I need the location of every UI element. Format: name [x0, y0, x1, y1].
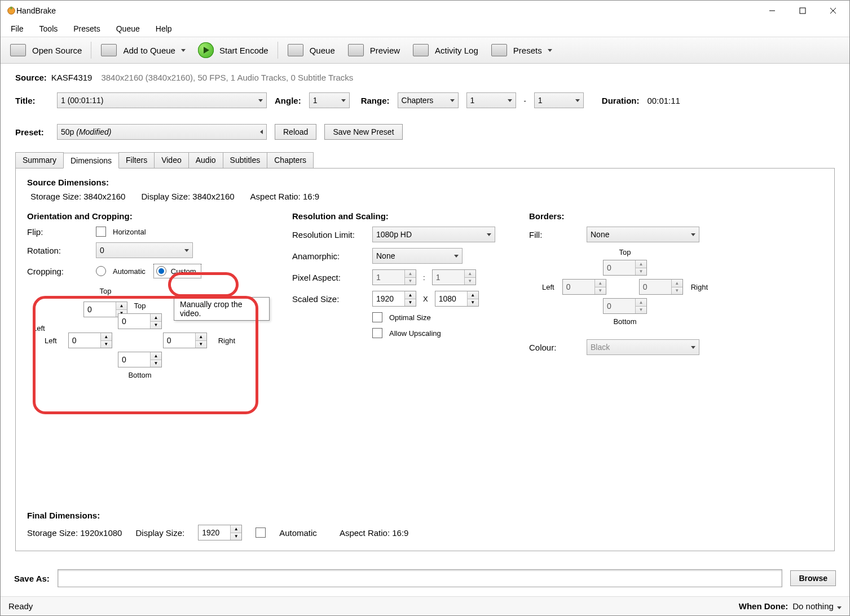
duration-value: 00:01:11 [648, 96, 680, 105]
chevron-down-icon [258, 99, 263, 102]
range-label: Range: [361, 96, 390, 105]
range-to-select[interactable]: 1 [534, 92, 584, 108]
cropping-label: Cropping: [27, 267, 89, 276]
chevron-down-icon[interactable] [181, 49, 186, 52]
angle-value: 1 [313, 96, 318, 105]
fill-select[interactable]: None [587, 227, 699, 242]
colour-select: Black [587, 339, 699, 355]
pixel-aspect-label: Pixel Aspect: [292, 273, 365, 282]
crop-bottom-input[interactable]: ▲▼ [118, 352, 162, 367]
tab-filters[interactable]: Filters [118, 152, 155, 168]
log-icon [412, 43, 429, 57]
preset-value: 50p (Modified) [61, 127, 112, 136]
source-details: 3840x2160 (3840x2160), 50 FPS, 1 Audio T… [101, 73, 353, 82]
cropping-automatic-radio[interactable] [96, 266, 106, 276]
res-limit-label: Resolution Limit: [292, 230, 365, 240]
tab-summary[interactable]: Summary [15, 152, 64, 168]
when-done-value[interactable]: Do nothing [792, 601, 842, 611]
menu-help[interactable]: Help [148, 22, 180, 36]
optimal-size-checkbox[interactable] [372, 312, 382, 322]
add-to-queue-label: Add to Queue [123, 46, 175, 55]
menu-file[interactable]: File [3, 22, 32, 36]
tab-audio[interactable]: Audio [188, 152, 223, 168]
preview-icon [347, 43, 364, 57]
minimize-button[interactable] [757, 2, 787, 20]
allow-upscaling-checkbox[interactable] [372, 328, 382, 338]
angle-select[interactable]: 1 [309, 92, 350, 108]
scaled-w-input[interactable]: ▲▼ [372, 291, 416, 307]
tab-strip: Summary Dimensions Filters Video Audio S… [15, 152, 835, 168]
storage-size: Storage Size: 3840x2160 [30, 192, 125, 201]
menu-queue[interactable]: Queue [108, 22, 148, 36]
add-to-queue-button[interactable]: Add to Queue [95, 41, 191, 60]
chevron-down-icon[interactable] [548, 49, 552, 52]
tab-dimensions[interactable]: Dimensions [63, 153, 119, 169]
crop-left-input[interactable]: ▲▼ [68, 333, 112, 348]
flip-horizontal-checkbox[interactable] [96, 227, 106, 237]
anamorphic-select[interactable]: None [372, 248, 463, 264]
preset-select[interactable]: 50p (Modified) [57, 124, 267, 140]
crop-right-input[interactable]: ▲▼ [163, 333, 207, 348]
play-icon [198, 42, 214, 58]
cropping-custom-radio[interactable] [156, 266, 166, 276]
border-top-input: ▲▼ [603, 260, 647, 276]
tab-chapters[interactable]: Chapters [267, 152, 314, 168]
resolution-title: Resolution and Scaling: [292, 211, 507, 221]
range-type-select[interactable]: Chapters [398, 92, 459, 108]
pixel-aspect-w: ▲▼ [372, 269, 416, 285]
close-button[interactable] [818, 2, 848, 20]
tab-video[interactable]: Video [154, 152, 189, 168]
app-icon [6, 6, 16, 16]
title-select[interactable]: 1 (00:01:11) [57, 92, 267, 108]
menu-tools[interactable]: Tools [32, 22, 66, 36]
crop-bottom-label-real: Bottom [33, 371, 247, 379]
angle-label: Angle: [275, 96, 301, 105]
final-automatic-checkbox[interactable] [256, 528, 266, 538]
save-as-input[interactable] [58, 569, 783, 587]
queue-button[interactable]: Queue [281, 41, 341, 60]
film-icon [10, 43, 27, 57]
duration-label: Duration: [602, 96, 640, 105]
flip-label: Flip: [27, 227, 89, 237]
preset-value-suffix: (Modified) [76, 127, 111, 136]
browse-button[interactable]: Browse [790, 570, 836, 586]
presets-label: Presets [513, 46, 542, 55]
crop-right-label-real: Right [218, 336, 235, 345]
res-limit-select[interactable]: 1080p HD [372, 227, 495, 242]
crop-top-label-real: Top [33, 302, 247, 310]
app-window: HandBrake File Tools Presets Queue Help … [0, 0, 850, 616]
chevron-down-icon [184, 249, 189, 252]
crop-top-input[interactable]: ▲▼ [118, 313, 162, 329]
preset-label: Preset: [15, 127, 49, 137]
open-source-button[interactable]: Open Source [4, 41, 87, 60]
reload-button[interactable]: Reload [275, 124, 316, 140]
cropping-custom-label: Custom [171, 267, 196, 276]
flip-option-label: Horizontal [113, 228, 146, 236]
dimensions-panel: Source Dimensions: Storage Size: 3840x21… [15, 168, 835, 551]
res-limit-value: 1080p HD [376, 230, 412, 239]
status-text: Ready [8, 601, 33, 611]
final-aspect: Aspect Ratio: 16:9 [340, 528, 409, 538]
when-done-label: When Done: [739, 601, 789, 611]
maximize-button[interactable] [787, 2, 818, 20]
window-title: HandBrake [16, 6, 56, 15]
border-right-input: ▲▼ [639, 279, 683, 295]
rotation-select[interactable]: 0 [96, 242, 193, 258]
menu-presets[interactable]: Presets [65, 22, 108, 36]
title-value: 1 (00:01:11) [61, 96, 104, 105]
scaled-h-input[interactable]: ▲▼ [435, 291, 479, 307]
menubar: File Tools Presets Queue Help [1, 21, 849, 37]
final-display-label: Display Size: [135, 528, 184, 538]
fill-label: Fill: [529, 230, 580, 240]
border-top-label: Top [529, 248, 721, 256]
final-display-input[interactable]: ▲▼ [198, 525, 242, 540]
save-new-preset-button[interactable]: Save New Preset [324, 124, 402, 140]
scaled-label: Scaled Size: [292, 294, 365, 304]
activity-log-button[interactable]: Activity Log [407, 41, 484, 60]
tab-subtitles[interactable]: Subtitles [223, 152, 268, 168]
presets-button[interactable]: Presets [485, 41, 558, 60]
preview-button[interactable]: Preview [342, 41, 406, 60]
svg-rect-3 [800, 8, 805, 14]
start-encode-button[interactable]: Start Encode [192, 40, 274, 60]
range-from-select[interactable]: 1 [466, 92, 516, 108]
